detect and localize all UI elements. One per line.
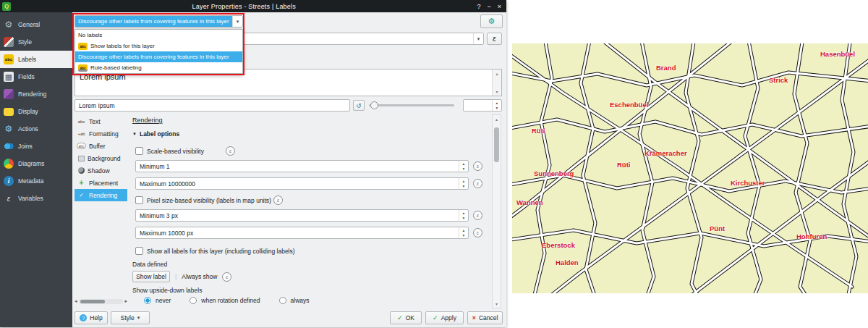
data-defined-button[interactable]: ε (226, 146, 235, 156)
spin-arrows[interactable]: ▴ ▾ (459, 227, 468, 238)
scrollbar-track[interactable] (79, 299, 124, 304)
scroll-down-icon[interactable]: ▾ (495, 89, 498, 94)
panel-vertical-scrollbar[interactable]: ▴ ▾ (492, 114, 501, 308)
radio-always[interactable] (279, 297, 286, 304)
sidebar-item-style[interactable]: Style (0, 33, 72, 51)
tab-label: Text (89, 118, 101, 125)
pixel-min-spinbox[interactable]: Minimum 3 px ▴ ▾ (135, 209, 469, 222)
sidebar-item-display[interactable]: Display (0, 103, 72, 120)
help-button[interactable]: ? Help (75, 311, 108, 324)
preview-scrollbar[interactable]: ▴ ▾ (492, 70, 501, 96)
reset-icon: ↺ (356, 102, 362, 109)
preview-size-spinbox[interactable]: ▴ ▾ (463, 99, 502, 112)
data-defined-button[interactable]: ε (273, 195, 283, 205)
tab-background[interactable]: Background (75, 152, 127, 164)
spin-up-icon[interactable]: ▴ (459, 227, 468, 233)
scrollbar-thumb[interactable] (494, 127, 499, 162)
spin-up-icon[interactable]: ▴ (459, 161, 468, 167)
spin-down-icon[interactable]: ▾ (459, 216, 468, 222)
data-defined-button[interactable]: ε (473, 179, 482, 188)
spin-arrows[interactable]: ▴ ▾ (459, 178, 468, 189)
pixel-visibility-checkbox[interactable] (135, 196, 143, 204)
spin-down-icon[interactable]: ▾ (459, 184, 468, 190)
preview-reset-button[interactable]: ↺ (353, 100, 365, 111)
tab-buffer[interactable]: abc Buffer (75, 140, 127, 152)
radio-when-rotation-defined[interactable] (190, 297, 197, 304)
spin-arrows[interactable]: ▴ ▾ (459, 210, 468, 221)
sidebar-item-rendering[interactable]: Rendering (0, 85, 72, 103)
scroll-right-icon[interactable]: ▸ (124, 298, 127, 304)
tab-label: Formatting (89, 130, 119, 138)
info-icon: i (4, 176, 14, 186)
dropdown-option-no-labels[interactable]: No labels (75, 30, 242, 41)
tabs-horizontal-scrollbar[interactable]: ◂ ▸ (75, 298, 127, 305)
scroll-down-icon[interactable]: ▾ (495, 301, 498, 306)
sidebar-item-metadata[interactable]: i Metadata (0, 172, 72, 190)
spin-down-icon[interactable]: ▾ (493, 106, 501, 112)
automated-placement-settings-button[interactable]: ⚙ (480, 14, 503, 28)
data-defined-button[interactable]: ε (473, 211, 482, 220)
titlebar-help-button[interactable]: ? (477, 3, 480, 10)
spin-arrows[interactable]: ▴ ▾ (459, 161, 468, 172)
sidebar-item-fields[interactable]: ▦ Fields (0, 68, 72, 85)
cancel-button[interactable]: × Cancel (467, 311, 503, 324)
labeling-mode-combo[interactable]: Discourage other labels from covering fe… (75, 15, 243, 28)
tab-rendering[interactable]: ✓ Rendering (75, 189, 127, 201)
labeling-mode-value: Discourage other labels from covering fe… (75, 16, 232, 27)
map-canvas[interactable]: HasenbüelBrandStrickEschenbüelRütiKrämer… (512, 43, 868, 293)
table-icon: ▦ (4, 72, 14, 82)
sidebar-item-general[interactable]: ⚙ General (0, 16, 72, 33)
dropdown-option-discourage[interactable]: Discourage other labels from covering fe… (75, 51, 242, 62)
scroll-up-icon[interactable]: ▴ (495, 117, 498, 122)
style-menu-button[interactable]: Style ▾ (111, 311, 150, 324)
data-defined-button[interactable]: ε (473, 228, 482, 237)
preview-size-slider[interactable] (367, 99, 456, 112)
ok-button[interactable]: ✓ OK (390, 311, 422, 324)
chevron-down-icon: ▾ (137, 315, 140, 321)
sidebar-item-variables[interactable]: ε Variables (0, 190, 72, 207)
apply-button[interactable]: ✓ Apply (425, 311, 464, 324)
tab-placement[interactable]: + Placement (75, 177, 127, 189)
preview-text-input[interactable]: Lorem Ipsum (75, 99, 350, 112)
formatting-icon: +ab (77, 132, 86, 136)
slider-handle[interactable] (370, 101, 378, 109)
tab-label: Buffer (89, 143, 106, 150)
spin-arrows[interactable]: ▴ ▾ (492, 100, 501, 111)
label-options-group-header[interactable]: ▼ Label options (132, 130, 179, 138)
dropdown-option-rule-based[interactable]: abc Rule-based labeling (75, 62, 242, 73)
tab-formatting[interactable]: +ab Formatting (75, 127, 127, 140)
pixel-max-spinbox[interactable]: Maximum 10000 px ▴ ▾ (135, 227, 469, 239)
show-label-button[interactable]: Show label (132, 271, 170, 282)
chevron-down-icon: ▾ (232, 16, 242, 27)
radio-never-label: never (156, 297, 171, 304)
scale-visibility-checkbox[interactable] (135, 147, 143, 155)
titlebar-close-button[interactable]: × (498, 3, 501, 10)
sidebar-item-joins[interactable]: Joins (0, 138, 72, 155)
titlebar-minimize-button[interactable]: − (487, 3, 490, 10)
radio-never[interactable] (144, 297, 151, 304)
spin-down-icon[interactable]: ▾ (459, 233, 468, 239)
map-label: Krämeracher (644, 149, 687, 157)
scale-max-spinbox[interactable]: Maximum 10000000 ▴ ▾ (135, 177, 469, 190)
spin-up-icon[interactable]: ▴ (493, 100, 501, 106)
map-label: Brand (656, 64, 676, 72)
sidebar-item-actions[interactable]: ⚙ Actions (0, 120, 72, 138)
scrollbar-track[interactable] (494, 122, 499, 301)
spin-down-icon[interactable]: ▾ (459, 167, 468, 172)
sidebar-item-diagrams[interactable]: Diagrams (0, 155, 72, 172)
scale-min-spinbox[interactable]: Minimum 1 ▴ ▾ (135, 160, 469, 172)
spin-up-icon[interactable]: ▴ (459, 210, 468, 216)
show-all-labels-checkbox[interactable] (135, 247, 143, 255)
scroll-up-icon[interactable]: ▴ (495, 71, 498, 76)
sidebar-item-labels[interactable]: abc Labels (0, 51, 72, 68)
separator: | (175, 273, 176, 280)
tab-text[interactable]: abc Text (75, 115, 127, 127)
dropdown-option-show-labels[interactable]: abc Show labels for this layer (75, 41, 242, 51)
expression-builder-button[interactable]: ε (487, 33, 502, 45)
spin-up-icon[interactable]: ▴ (459, 178, 468, 184)
tab-shadow[interactable]: Shadow (75, 164, 127, 177)
data-defined-button[interactable]: ε (222, 272, 231, 282)
data-defined-button[interactable]: ε (473, 161, 482, 171)
scroll-left-icon[interactable]: ◂ (75, 298, 77, 304)
scrollbar-thumb[interactable] (80, 300, 105, 303)
